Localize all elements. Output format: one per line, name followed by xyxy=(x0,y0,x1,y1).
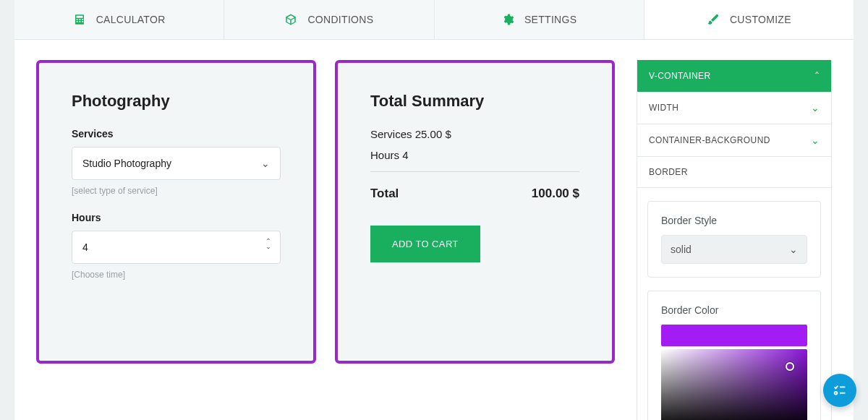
hue-bar[interactable] xyxy=(661,325,807,346)
checklist-fab[interactable] xyxy=(823,374,856,407)
border-body: Border Style solid ⌄ Border Color xyxy=(637,188,831,420)
chevron-down-icon: ⌄ xyxy=(811,134,820,146)
accordion-label: BORDER xyxy=(649,167,688,177)
form-card[interactable]: Photography Services Studio Photography … xyxy=(36,60,316,364)
border-style-select[interactable]: solid ⌄ xyxy=(661,235,807,264)
summary-card[interactable]: Total Summary Services 25.00 $ Hours 4 T… xyxy=(335,60,615,364)
hours-value: 4 xyxy=(82,241,88,253)
accordion-label: WIDTH xyxy=(649,103,678,113)
tabs-bar: CALCULATOR CONDITIONS SETTINGS CUSTOMIZE xyxy=(14,0,854,40)
total-value: 100.00 $ xyxy=(532,187,579,201)
tab-label: SETTINGS xyxy=(524,14,576,25)
summary-title: Total Summary xyxy=(370,92,579,111)
border-style-label: Border Style xyxy=(661,215,807,226)
border-style-value: solid xyxy=(671,244,692,255)
color-picker-dot[interactable] xyxy=(786,362,794,371)
summary-line-hours: Hours 4 xyxy=(370,149,579,161)
accordion-container-bg[interactable]: CONTAINER-BACKGROUND ⌄ xyxy=(637,124,831,157)
border-color-label: Border Color xyxy=(661,304,807,316)
checklist-icon xyxy=(832,382,848,398)
panel-title: V-CONTAINER xyxy=(649,71,711,81)
hours-stepper[interactable]: 4 ˆ ˇ xyxy=(72,231,281,264)
tab-customize[interactable]: CUSTOMIZE xyxy=(644,0,854,39)
tab-settings[interactable]: SETTINGS xyxy=(435,0,644,39)
border-color-card: Border Color xyxy=(647,291,821,420)
form-title: Photography xyxy=(72,92,281,111)
summary-divider xyxy=(370,171,579,172)
accordion-label: CONTAINER-BACKGROUND xyxy=(649,135,770,145)
brush-icon xyxy=(707,13,720,26)
accordion-border[interactable]: BORDER xyxy=(637,157,831,188)
tab-calculator[interactable]: CALCULATOR xyxy=(14,0,224,39)
panel-vcontainer[interactable]: V-CONTAINER ˄ xyxy=(637,60,831,92)
step-up-icon[interactable]: ˆ xyxy=(267,240,270,246)
services-value: Studio Photography xyxy=(82,158,171,169)
services-select[interactable]: Studio Photography ⌄ xyxy=(72,147,281,180)
tab-label: CALCULATOR xyxy=(96,14,166,25)
saturation-value-area[interactable] xyxy=(661,349,807,420)
add-to-cart-button[interactable]: ADD TO CART xyxy=(370,226,480,262)
border-style-card: Border Style solid ⌄ xyxy=(647,201,821,278)
gear-icon xyxy=(501,13,514,26)
chevron-down-icon: ⌄ xyxy=(811,102,820,113)
services-label: Services xyxy=(72,128,281,140)
tab-label: CONDITIONS xyxy=(307,14,373,25)
total-label: Total xyxy=(370,187,399,201)
step-down-icon[interactable]: ˇ xyxy=(267,249,270,254)
customize-panel: V-CONTAINER ˄ WIDTH ⌄ CONTAINER-BACKGROU… xyxy=(637,60,832,420)
services-hint: [select type of service] xyxy=(72,186,281,196)
summary-line-services: Services 25.00 $ xyxy=(370,128,579,140)
svg-point-0 xyxy=(835,392,838,395)
tab-conditions[interactable]: CONDITIONS xyxy=(224,0,434,39)
hours-label: Hours xyxy=(72,212,281,223)
chevron-down-icon: ⌄ xyxy=(789,244,798,255)
cube-icon xyxy=(284,13,297,26)
accordion-width[interactable]: WIDTH ⌄ xyxy=(637,92,831,124)
tab-label: CUSTOMIZE xyxy=(730,14,791,25)
calculator-icon xyxy=(73,13,86,26)
hours-hint: [Choose time] xyxy=(72,270,281,280)
chevron-down-icon: ⌄ xyxy=(261,158,270,169)
preview-canvas: Photography Services Studio Photography … xyxy=(36,60,615,420)
chevron-up-icon: ˄ xyxy=(814,70,820,82)
